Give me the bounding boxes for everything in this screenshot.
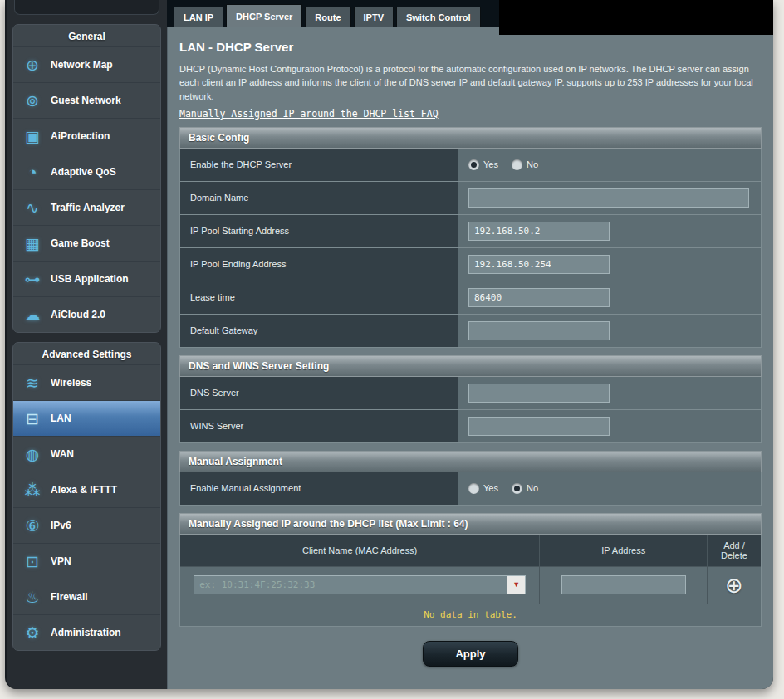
default-gateway-label: Default Gateway [180,315,458,347]
guest-network-icon: ⊚ [22,93,43,109]
ipv6-icon: ⑥ [22,518,43,534]
sidebar-item-vpn[interactable]: ⊡ VPN [13,543,160,579]
dhcp-yes-radio[interactable] [468,159,479,170]
sidebar-item-alexa-ifttt[interactable]: ⁂ Alexa & IFTTT [13,472,160,507]
sidebar-item-label: Guest Network [51,95,121,106]
sidebar-item-label: AiCloud 2.0 [51,309,105,320]
pool-start-input[interactable] [468,222,610,241]
network-map-icon: ⊕ [22,57,43,73]
sidebar-section-advanced: Advanced Settings ≋ Wireless ⊟ LAN ◍ WAN… [12,342,161,651]
row-default-gateway: Default Gateway [179,315,762,348]
section-assign-list: Manually Assigned IP around the DHCP lis… [179,513,762,627]
row-pool-end: IP Pool Ending Address [179,248,762,281]
sidebar-item-label: Firewall [51,591,88,603]
mac-dropdown-button[interactable]: ▼ [507,576,525,594]
manual-assignment-header: Manual Assignment [179,451,762,472]
row-enable-manual: Enable Manual Assignment Yes No [179,472,762,506]
col-client-name: Client Name (MAC Address) [180,535,540,566]
sidebar-item-adaptive-qos[interactable]: ◔ Adaptive QoS [13,154,160,189]
dhcp-no-label: No [527,159,538,169]
sidebar-item-label: VPN [51,555,71,567]
manual-yes-label: Yes [483,483,498,493]
sidebar: General ⊕ Network Map ⊚ Guest Network ▣ … [7,0,167,689]
tab-dhcp-server[interactable]: DHCP Server [226,4,302,27]
empty-table-message: No data in table. [180,604,761,626]
sidebar-item-label: Adaptive QoS [51,166,116,178]
sidebar-item-aicloud[interactable]: ☁ AiCloud 2.0 [13,296,160,332]
sidebar-item-game-boost[interactable]: ▦ Game Boost [13,225,160,261]
sidebar-item-administration[interactable]: ⚙ Administration [13,614,160,650]
section-dns-wins: DNS and WINS Server Setting DNS Server W… [179,355,762,443]
tab-iptv[interactable]: IPTV [354,7,394,27]
domain-name-label: Domain Name [180,182,458,214]
sidebar-item-label: LAN [51,413,71,424]
main-content: LAN IP DHCP Server Route IPTV Switch Con… [167,0,773,689]
cloud-icon: ☁ [22,307,43,323]
sidebar-item-label: Alexa & IFTTT [51,484,117,496]
col-ip-address: IP Address [540,535,708,566]
wins-server-label: WINS Server [180,410,458,442]
dhcp-page: LAN - DHCP Server DHCP (Dynamic Host Con… [167,27,773,689]
manual-no-label: No [527,483,538,493]
sidebar-item-label: Network Map [51,59,113,71]
sidebar-item-aiprotection[interactable]: ▣ AiProtection [13,118,160,154]
enable-dhcp-label: Enable the DHCP Server [180,149,458,181]
sidebar-item-lan[interactable]: ⊟ LAN [13,400,160,436]
sidebar-item-label: Game Boost [51,237,110,249]
tab-switch-control[interactable]: Switch Control [396,7,481,27]
mac-input[interactable] [194,575,526,594]
assign-list-table: Client Name (MAC Address) IP Address Add… [179,535,762,627]
domain-name-input[interactable] [468,188,749,208]
sidebar-item-label: IPv6 [51,520,71,531]
sidebar-item-label: Wireless [51,377,91,389]
quick-setup-stub[interactable] [14,0,159,15]
row-dns-server: DNS Server [179,377,762,410]
dns-server-label: DNS Server [180,377,458,409]
add-entry-button[interactable]: ⊕ [725,574,743,596]
apply-button[interactable]: Apply [423,641,517,667]
sidebar-item-wan[interactable]: ◍ WAN [13,436,160,472]
manual-no-radio[interactable] [512,483,522,494]
manual-yes-radio[interactable] [468,483,479,494]
gauge-icon: ◔ [22,164,43,180]
default-gateway-input[interactable] [468,321,610,340]
sidebar-item-network-map[interactable]: ⊕ Network Map [13,46,160,82]
tab-route[interactable]: Route [305,7,350,27]
assign-input-row: ▼ ⊕ [180,566,761,604]
sidebar-item-guest-network[interactable]: ⊚ Guest Network [13,82,160,118]
sidebar-item-usb-application[interactable]: ⊶ USB Application [13,261,160,296]
sidebar-item-traffic-analyzer[interactable]: ∿ Traffic Analyzer [13,189,160,225]
wins-server-input[interactable] [468,417,610,436]
row-lease-time: Lease time [179,281,762,315]
assign-ip-input[interactable] [561,575,686,594]
lease-time-input[interactable] [468,288,610,307]
page-title: LAN - DHCP Server [179,40,762,54]
circled-plus-icon: ⊕ [725,573,743,598]
faq-link[interactable]: Manually Assigned IP around the DHCP lis… [179,108,439,120]
enable-manual-label: Enable Manual Assignment [180,472,458,505]
gear-icon: ⚙ [22,625,43,641]
section-manual-assignment: Manual Assignment Enable Manual Assignme… [179,451,762,506]
tab-bar: LAN IP DHCP Server Route IPTV Switch Con… [167,0,773,27]
dropdown-arrow-icon: ▼ [512,581,520,589]
vpn-monitor-icon: ⊡ [22,554,43,569]
pool-end-input[interactable] [468,255,610,274]
sidebar-item-label: Traffic Analyzer [51,202,125,213]
gamepad-icon: ▦ [22,236,43,252]
assign-list-header: Manually Assigned IP around the DHCP lis… [179,513,762,535]
sidebar-item-wireless[interactable]: ≋ Wireless [13,364,160,400]
usb-icon: ⊶ [22,271,43,287]
dhcp-yes-label: Yes [483,159,498,169]
dns-server-input[interactable] [468,384,610,403]
dhcp-no-radio[interactable] [512,159,522,170]
mac-combobox: ▼ [194,575,526,594]
assign-list-head: Client Name (MAC Address) IP Address Add… [180,535,761,566]
flame-icon: ♨ [22,589,43,605]
tab-lan-ip[interactable]: LAN IP [174,7,223,27]
sidebar-item-firewall[interactable]: ♨ Firewall [13,579,160,614]
row-wins-server: WINS Server [179,410,762,443]
sidebar-item-ipv6[interactable]: ⑥ IPv6 [13,507,160,543]
waveform-icon: ∿ [22,200,43,216]
sidebar-section-general: General ⊕ Network Map ⊚ Guest Network ▣ … [12,24,161,333]
alexa-ifttt-icon: ⁂ [22,482,43,498]
